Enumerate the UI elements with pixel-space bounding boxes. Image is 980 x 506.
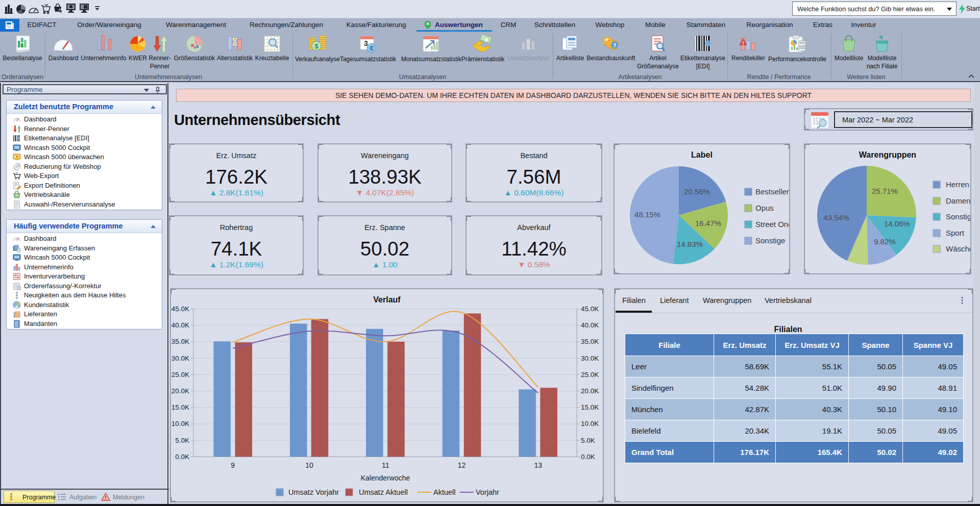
svg-text:Damen: Damen bbox=[946, 196, 970, 205]
svg-text:9: 9 bbox=[231, 461, 235, 469]
svg-text:25.0K: 25.0K bbox=[172, 371, 189, 378]
svg-text:0.0K: 0.0K bbox=[581, 453, 595, 461]
svg-text:15.0K: 15.0K bbox=[172, 403, 189, 411]
svg-text:14.06%: 14.06% bbox=[884, 219, 910, 228]
svg-text:43.54%: 43.54% bbox=[823, 213, 849, 222]
svg-text:25.71%: 25.71% bbox=[872, 187, 898, 195]
svg-text:10: 10 bbox=[305, 461, 313, 469]
svg-text:Umsatz Aktuell: Umsatz Aktuell bbox=[359, 488, 408, 496]
svg-text:5.0K: 5.0K bbox=[175, 437, 189, 444]
svg-text:Herren: Herren bbox=[946, 180, 969, 189]
svg-text:12: 12 bbox=[458, 461, 466, 469]
svg-text:40.0K: 40.0K bbox=[581, 321, 599, 329]
svg-text:35.0K: 35.0K bbox=[581, 338, 599, 345]
svg-text:?: ? bbox=[613, 42, 617, 48]
svg-text:Sonstige: Sonstige bbox=[755, 236, 785, 245]
svg-text:35.0K: 35.0K bbox=[172, 338, 189, 345]
svg-text:Sport: Sport bbox=[946, 229, 965, 237]
svg-text:20.0K: 20.0K bbox=[581, 387, 599, 395]
svg-text:Wäsche: Wäsche bbox=[946, 244, 971, 253]
svg-text:20.0K: 20.0K bbox=[172, 387, 189, 395]
svg-text:Vorjahr: Vorjahr bbox=[476, 488, 499, 496]
svg-text:Umsatz Vorjahr: Umsatz Vorjahr bbox=[288, 488, 339, 496]
svg-text:14.83%: 14.83% bbox=[677, 240, 703, 248]
svg-text:$: $ bbox=[314, 42, 318, 50]
svg-text:Bestseller: Bestseller bbox=[755, 187, 789, 196]
svg-text:!: ! bbox=[743, 40, 744, 45]
svg-text:45.0K: 45.0K bbox=[172, 305, 189, 313]
svg-text:13: 13 bbox=[534, 461, 542, 469]
svg-text:Street One: Street One bbox=[755, 220, 790, 229]
svg-text:10.0K: 10.0K bbox=[172, 420, 189, 427]
svg-text:16.47%: 16.47% bbox=[695, 219, 721, 227]
svg-text:Sonstige: Sonstige bbox=[946, 212, 971, 221]
svg-text:30.0K: 30.0K bbox=[172, 355, 189, 362]
svg-text:25.0K: 25.0K bbox=[581, 371, 599, 378]
svg-text:0.0K: 0.0K bbox=[175, 453, 189, 461]
svg-text:48.15%: 48.15% bbox=[634, 210, 660, 219]
svg-text:40.0K: 40.0K bbox=[172, 321, 189, 329]
svg-text:11: 11 bbox=[382, 461, 389, 469]
svg-text:9.82%: 9.82% bbox=[874, 237, 896, 246]
svg-text:15.0K: 15.0K bbox=[581, 403, 599, 411]
svg-text:20.56%: 20.56% bbox=[684, 187, 710, 196]
svg-text:Kalenderwoche: Kalenderwoche bbox=[361, 474, 410, 482]
svg-text:30.0K: 30.0K bbox=[581, 355, 599, 362]
svg-text:5.0K: 5.0K bbox=[581, 437, 595, 444]
svg-text:Aktuell: Aktuell bbox=[433, 488, 456, 496]
svg-text:10.0K: 10.0K bbox=[581, 420, 599, 427]
svg-text:€: € bbox=[370, 44, 373, 52]
svg-text:Opus: Opus bbox=[755, 204, 774, 212]
svg-text:45.0K: 45.0K bbox=[581, 305, 599, 313]
